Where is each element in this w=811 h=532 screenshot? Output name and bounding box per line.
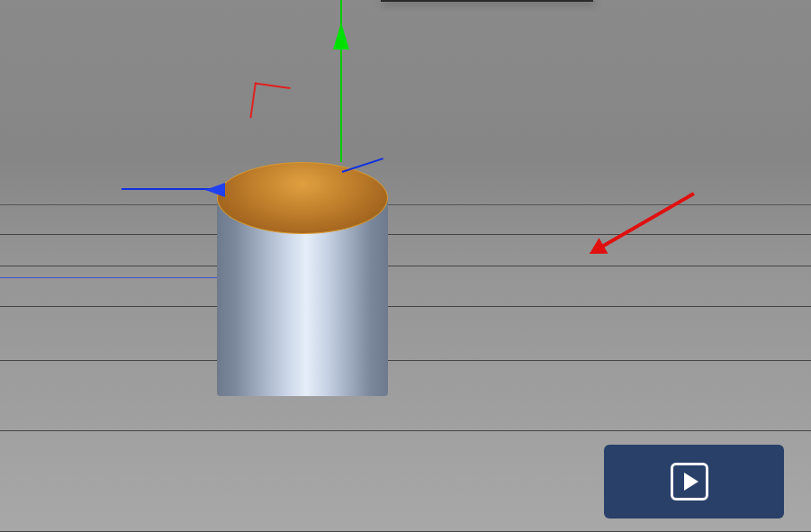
context-menu[interactable] [381,0,593,2]
horizon-line [0,204,811,205]
play-icon [671,463,708,500]
gizmo-rotation-arc[interactable] [249,82,290,122]
axis-y-arrow[interactable] [333,23,349,50]
axis-x-arrow[interactable] [205,183,225,197]
grid-line [0,234,811,235]
cylinder-top-selected [217,162,388,234]
grid-line [0,360,811,361]
grid-line [0,266,811,266]
watermark-badge [604,445,784,518]
cylinder-object[interactable] [217,162,388,396]
grid-line [0,430,811,431]
grid-line [0,306,811,307]
